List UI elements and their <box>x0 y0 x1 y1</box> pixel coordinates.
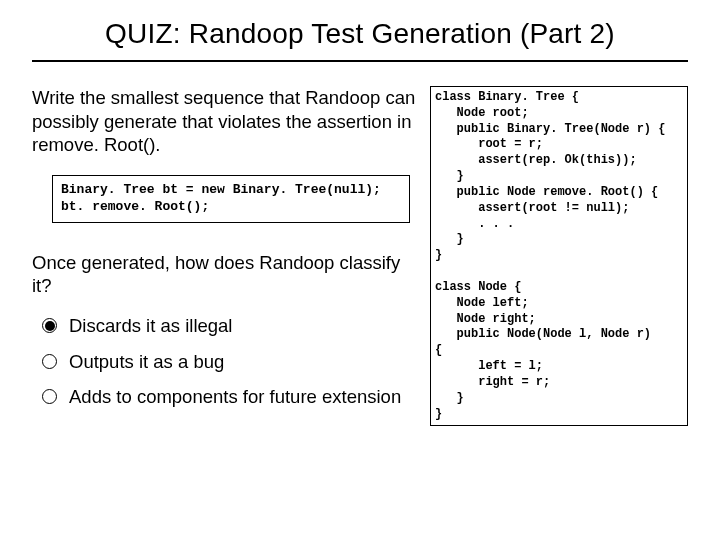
content-row: Write the smallest sequence that Randoop… <box>32 86 688 426</box>
radio-icon <box>42 389 57 404</box>
radio-icon <box>42 318 57 333</box>
left-column: Write the smallest sequence that Randoop… <box>32 86 422 426</box>
radio-icon <box>42 354 57 369</box>
options-list: Discards it as illegal Outputs it as a b… <box>32 314 422 409</box>
option-2[interactable]: Adds to components for future extension <box>42 385 422 409</box>
title-divider <box>32 60 688 62</box>
source-code-box: class Binary. Tree { Node root; public B… <box>430 86 688 426</box>
option-1[interactable]: Outputs it as a bug <box>42 350 422 374</box>
slide-title: QUIZ: Randoop Test Generation (Part 2) <box>32 18 688 50</box>
answer-code-box: Binary. Tree bt = new Binary. Tree(null)… <box>52 175 410 223</box>
option-label: Adds to components for future extension <box>69 385 422 409</box>
option-label: Discards it as illegal <box>69 314 422 338</box>
question-2: Once generated, how does Randoop classif… <box>32 251 422 298</box>
question-1: Write the smallest sequence that Randoop… <box>32 86 422 157</box>
option-label: Outputs it as a bug <box>69 350 422 374</box>
option-0[interactable]: Discards it as illegal <box>42 314 422 338</box>
